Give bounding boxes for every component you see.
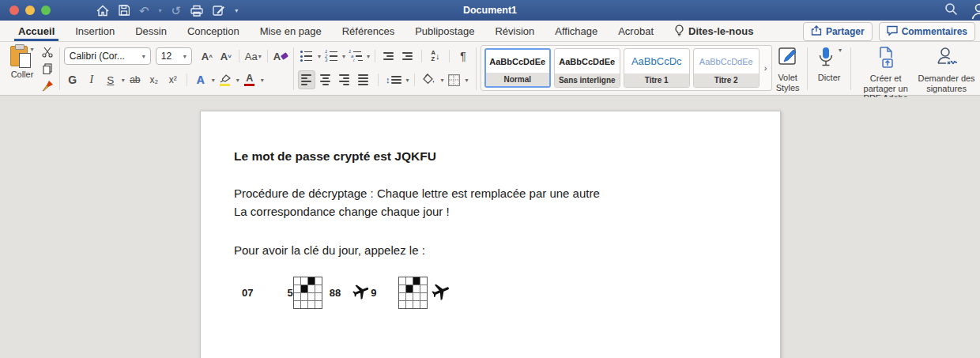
underline-button[interactable]: S: [102, 70, 119, 89]
tab-dessin[interactable]: Dessin: [125, 21, 177, 41]
bold-button[interactable]: G: [64, 70, 81, 89]
grow-font-button[interactable]: A˄: [198, 47, 216, 66]
grid-symbol-icon: [398, 277, 428, 309]
highlight-button[interactable]: [217, 70, 234, 89]
superscript-button[interactable]: x²: [164, 70, 182, 89]
undo-icon[interactable]: ↶: [139, 5, 149, 17]
font-color-button[interactable]: A: [241, 70, 258, 89]
signature-person-icon: [935, 47, 959, 71]
line-spacing-button[interactable]: ↕: [384, 70, 404, 89]
redo-icon[interactable]: ↺: [172, 5, 182, 17]
copy-icon[interactable]: [40, 62, 55, 76]
account-avatar[interactable]: [969, 2, 980, 18]
qat-dropdown-icon[interactable]: ▾: [235, 7, 238, 14]
save-icon[interactable]: [119, 5, 130, 16]
title-bar: ↶ ▾ ↺ ▾ Document1: [0, 0, 980, 21]
comments-button[interactable]: Commentaires: [879, 22, 975, 41]
eraser-icon: [281, 52, 288, 60]
window-controls: [9, 6, 51, 15]
paste-dropdown-icon[interactable]: ▾: [30, 46, 33, 53]
airplane-symbol-icon: [431, 281, 451, 305]
zoom-window-button[interactable]: [41, 6, 51, 15]
request-signatures-button[interactable]: Demander des signatures: [916, 44, 977, 93]
search-icon[interactable]: [944, 2, 958, 19]
style-titre-1[interactable]: AaBbCcDc Titre 1: [624, 48, 690, 88]
tab-accueil[interactable]: Accueil: [14, 21, 58, 41]
lightbulb-icon: [674, 24, 684, 39]
tab-affichage[interactable]: Affichage: [545, 21, 608, 41]
font-name-select[interactable]: Calibri (Cor...▾: [64, 47, 151, 65]
close-window-button[interactable]: [9, 6, 19, 15]
align-right-icon: [339, 74, 349, 85]
multilevel-list-button[interactable]: 1ai: [347, 47, 364, 66]
grid-symbol-icon: [293, 277, 322, 309]
numbering-icon: 123: [325, 51, 337, 62]
styles-pane-button[interactable]: Volet Styles: [772, 44, 802, 93]
subscript-button[interactable]: x₂: [145, 70, 163, 89]
more-styles-button[interactable]: ›: [763, 63, 769, 73]
draw-settings-icon[interactable]: [213, 5, 225, 17]
justify-button[interactable]: [355, 70, 372, 89]
align-center-button[interactable]: [317, 70, 334, 89]
align-right-button[interactable]: [336, 70, 353, 89]
text-effects-dropdown-icon[interactable]: ▾: [212, 77, 215, 84]
italic-button[interactable]: I: [83, 70, 100, 89]
numbering-button[interactable]: 123: [322, 47, 340, 66]
tab-insertion[interactable]: Insertion: [65, 21, 125, 41]
clear-formatting-button[interactable]: A: [272, 47, 289, 66]
shading-button[interactable]: [420, 70, 438, 89]
shrink-font-button[interactable]: A˅: [217, 47, 235, 66]
underline-dropdown-icon[interactable]: ▾: [122, 77, 125, 84]
microphone-icon: [816, 47, 835, 70]
align-left-button[interactable]: [298, 70, 315, 89]
borders-button[interactable]: [445, 70, 462, 89]
increase-indent-button[interactable]: [399, 47, 416, 66]
font-group: Calibri (Cor...▾ 12▾ A˄ A˅ Aa▾ A G I S▾ …: [64, 44, 289, 93]
print-icon[interactable]: [190, 5, 203, 17]
document-heading: Le mot de passe crypté est JQKFU: [234, 149, 748, 164]
share-button[interactable]: Partager: [803, 22, 873, 41]
text-effects-button[interactable]: A: [192, 70, 209, 89]
minimize-window-button[interactable]: [25, 6, 35, 15]
paragraph-group: ▾ 123 ▾ 1ai ▾ AZ↓ ¶ ↕▾ ▾: [298, 44, 472, 93]
sort-icon: AZ↓: [431, 50, 439, 62]
create-pdf-button[interactable]: Créer et partager un PDF Adobe: [855, 44, 916, 93]
tab-revision[interactable]: Révision: [484, 21, 545, 41]
align-left-icon: [301, 74, 311, 85]
tab-dites-le-nous[interactable]: Dites-le-nous: [664, 21, 763, 41]
sort-button[interactable]: AZ↓: [427, 47, 444, 66]
tab-references[interactable]: Références: [332, 21, 405, 41]
dictate-dropdown-icon[interactable]: ▾: [839, 47, 842, 54]
justify-icon: [358, 74, 368, 85]
multilevel-list-icon: 1ai: [349, 51, 363, 62]
style-normal[interactable]: AaBbCcDdEe Normal: [484, 48, 551, 88]
strikethrough-button[interactable]: ab: [126, 70, 144, 89]
document-paragraph-1: Procédure de décryptage : Chaque lettre …: [234, 184, 748, 220]
style-titre-2[interactable]: AaBbCcDdEe Titre 2: [693, 48, 760, 88]
tab-publipostage[interactable]: Publipostage: [405, 21, 484, 41]
format-painter-icon[interactable]: [40, 78, 55, 92]
ribbon: ▾ Coller Calibri (Cor...▾ 12▾ A˄ A˅ Aa▾ …: [0, 42, 980, 96]
bullets-button[interactable]: [298, 47, 315, 66]
tab-acrobat[interactable]: Acrobat: [608, 21, 664, 41]
home-icon[interactable]: [96, 5, 109, 17]
pdf-share-icon: [876, 47, 896, 71]
decrease-indent-button[interactable]: [380, 47, 398, 66]
font-color-dropdown-icon[interactable]: ▾: [261, 77, 264, 84]
highlighter-icon: [220, 74, 231, 86]
highlight-dropdown-icon[interactable]: ▾: [236, 77, 239, 84]
font-size-select[interactable]: 12▾: [156, 47, 192, 65]
dictate-button[interactable]: ▾ Dicter: [812, 44, 847, 93]
change-case-button[interactable]: Aa▾: [243, 47, 263, 66]
airplane-symbol-icon: [352, 282, 371, 304]
tab-mise-en-page[interactable]: Mise en page: [250, 21, 332, 41]
document-page[interactable]: Le mot de passe crypté est JQKFU Procédu…: [200, 111, 781, 358]
show-formatting-button[interactable]: ¶: [454, 47, 472, 66]
document-canvas[interactable]: Le mot de passe crypté est JQKFU Procédu…: [0, 97, 980, 358]
undo-dropdown-icon[interactable]: ▾: [159, 7, 162, 14]
paste-button[interactable]: ▾ Coller: [5, 44, 40, 93]
cut-icon[interactable]: [40, 45, 55, 59]
style-sans-interligne[interactable]: AaBbCcDdEe Sans interligne: [554, 48, 620, 88]
increase-indent-icon: [402, 52, 413, 59]
tab-conception[interactable]: Conception: [177, 21, 250, 41]
